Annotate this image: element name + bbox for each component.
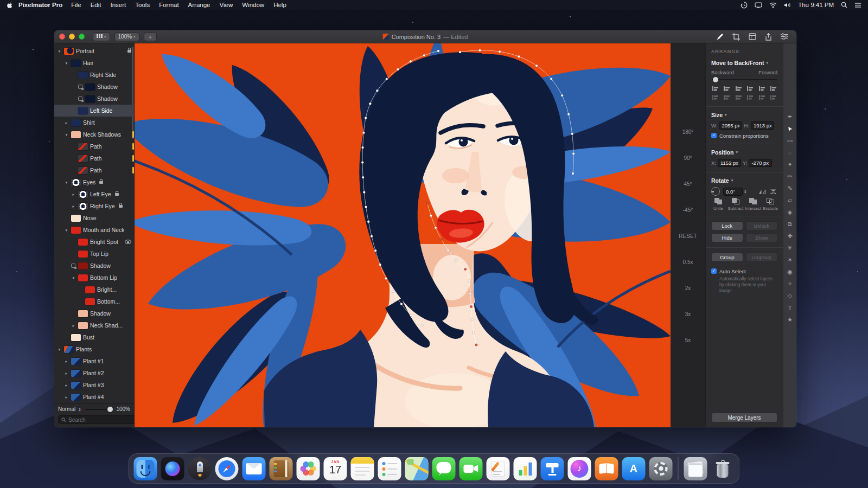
tool-style-tool[interactable]: ✒ [785,113,795,121]
blend-mode-select[interactable]: Normal [58,406,75,412]
size-section-header[interactable]: Size▾ [711,112,777,118]
style-toolbar-icon[interactable] [716,33,724,41]
disclosure-triangle[interactable]: ▾ [71,275,76,280]
dock-maps[interactable] [405,457,429,480]
display-icon[interactable] [755,2,762,8]
distribute-bottom-icon[interactable] [770,94,777,101]
lock-icon[interactable] [119,205,123,208]
tool-clone-tool[interactable]: ⧉ [785,220,795,228]
disclosure-triangle[interactable]: ▸ [71,192,76,197]
align-bottom-icon[interactable] [770,86,777,93]
dock-notes[interactable] [351,457,374,480]
apple-menu-icon[interactable] [7,2,13,9]
dock-photos[interactable] [297,457,320,480]
volume-icon[interactable] [784,2,791,8]
dock-launchpad[interactable] [188,457,212,480]
tool-arrange-tool[interactable]: ➤ [785,125,795,133]
disclosure-triangle[interactable]: ▸ [64,371,69,376]
close-button[interactable] [59,34,65,40]
subtract-button[interactable]: Subtract [729,198,743,211]
layer-row-plant-1[interactable]: ▸Plant #1 [54,355,134,367]
menu-window[interactable]: Window [242,2,264,8]
tool-warp-tool[interactable]: ◉ [785,268,795,276]
app-name[interactable]: Pixelmator Pro [18,2,62,8]
layer-row-plants[interactable]: ▾Plants [54,343,134,355]
dock-trash[interactable] [711,457,735,480]
disclosure-triangle[interactable]: ▸ [64,120,69,125]
canvas-toolbar-icon[interactable] [749,33,756,40]
layer-row-mouth-and-neck[interactable]: ▾Mouth and Neck [54,224,134,236]
zoom-level-button[interactable]: 100%▾ [114,33,139,41]
tool-quick-select-tool[interactable]: ✦ [785,160,795,169]
tool-lasso-select-tool[interactable]: ◌ [785,149,795,157]
dock-keynote[interactable] [541,457,564,480]
constrain-checkbox[interactable]: ✓ [711,133,717,138]
hide-button[interactable]: Hide [711,233,743,242]
layer-row-shirt[interactable]: ▸Shirt [54,117,134,129]
disclosure-triangle[interactable]: ▾ [64,132,69,137]
layer-row-portrait[interactable]: ▾Portrait [54,45,134,57]
intersect-button[interactable]: Intersect [746,198,760,211]
layer-row-shadow[interactable]: Shadow [54,93,134,105]
tool-adjust-colors-tool[interactable]: ☀ [785,244,795,252]
distribute-right-icon[interactable] [735,94,742,101]
view-options-button[interactable]: ▾ [93,33,110,41]
blend-mode-stepper[interactable]: ▲▼ [78,407,81,412]
layer-row-shadow[interactable]: Shadow [54,260,134,272]
width-input[interactable] [719,121,742,130]
merge-layers-button[interactable]: Merge Layers [711,413,777,422]
disclosure-triangle[interactable]: ▸ [71,323,76,328]
tool-color-pick-tool[interactable]: ✧ [785,280,795,288]
layer-row-bottom-lip[interactable]: ▾Bottom Lip [54,272,134,284]
align-left-icon[interactable] [712,86,719,93]
zoom-window-button[interactable] [79,34,85,40]
depth-slider[interactable] [712,79,777,80]
notification-center-icon[interactable] [854,2,861,8]
quick-control-90[interactable]: 90° [684,155,692,161]
quick-control-2x[interactable]: 2x [685,285,691,291]
rotate-section-header[interactable]: Rotate▾ [711,177,777,184]
dock-contacts[interactable] [270,457,293,480]
tool-shapes-library-tool[interactable]: ★ [785,316,795,324]
menu-file[interactable]: File [71,2,81,8]
layer-row-neck-shadows[interactable]: ▾Neck Shadows [54,129,134,140]
x-input[interactable] [718,159,741,167]
layer-row-left-side[interactable]: Left Side [54,105,134,117]
distribute-middle-icon[interactable] [758,94,765,101]
tool-paint-tool[interactable]: ✎ [785,184,795,192]
lock-icon[interactable] [115,193,119,196]
tool-type-tool[interactable]: T [785,304,795,312]
unlock-button[interactable]: Unlock [746,221,778,230]
move-section-header[interactable]: Move to Back/Front▾ [711,60,777,66]
flip-horizontal-icon[interactable] [758,189,766,195]
quick-control-reset[interactable]: RESET [679,233,697,239]
settings-sliders-icon[interactable] [781,33,788,40]
exclude-button[interactable]: Exclude [763,198,777,211]
quick-control-45[interactable]: 45° [684,181,692,187]
quick-control-5x[interactable]: 5x [685,337,691,343]
distribute-top-icon[interactable] [746,94,754,101]
layer-row-neck-shad[interactable]: ▸Neck Shad... [54,319,134,331]
disclosure-triangle[interactable]: ▾ [57,347,62,352]
flip-vertical-icon[interactable] [770,189,777,195]
tool-effects-tool[interactable]: ✶ [785,256,795,264]
layer-row-nose[interactable]: Nose [54,212,134,224]
lock-button[interactable]: Lock [711,221,743,230]
dock-facetime[interactable] [459,457,483,480]
disclosure-triangle[interactable]: ▾ [64,228,69,233]
quick-control-180[interactable]: 180° [682,129,694,135]
tool-pencil-tool[interactable]: ✏ [785,172,795,181]
disclosure-triangle[interactable]: ▸ [64,359,69,364]
canvas[interactable] [135,43,671,427]
rotation-stepper[interactable]: ▲▼ [744,189,746,194]
auto-select-checkbox[interactable]: ✓ [711,268,717,274]
dock-books[interactable] [595,457,618,480]
layer-row-left-eye[interactable]: ▸Left Eye [54,188,134,200]
layer-row-path[interactable]: Path [54,140,134,152]
layer-row-plant-3[interactable]: ▸Plant #3 [54,379,134,391]
layer-row-eyes[interactable]: ▾Eyes [54,176,134,188]
menu-view[interactable]: View [220,2,233,8]
dock-safari[interactable] [215,457,239,480]
disclosure-triangle[interactable]: ▸ [71,204,76,209]
layer-search-input[interactable] [68,417,140,423]
